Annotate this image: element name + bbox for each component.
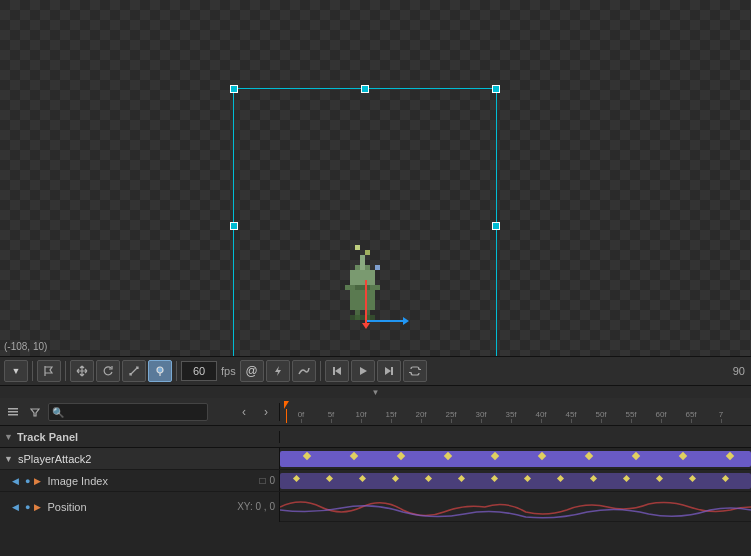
track-name-image: Image Index — [47, 475, 255, 487]
fps-input[interactable] — [181, 361, 217, 381]
move-btn[interactable] — [70, 360, 94, 382]
svg-rect-10 — [365, 250, 370, 255]
sep1 — [32, 361, 33, 381]
track-row-left-parent: ▼ sPlayerAttack2 — [0, 448, 280, 469]
svg-rect-6 — [370, 285, 380, 290]
svg-rect-3 — [350, 270, 375, 285]
svg-rect-15 — [8, 408, 18, 410]
track-name-parent: sPlayerAttack2 — [18, 453, 275, 465]
flag-btn[interactable] — [37, 360, 61, 382]
sprite-character — [335, 240, 390, 330]
position-value: XY: 0 , 0 — [237, 501, 275, 512]
pin-btn[interactable] — [148, 360, 172, 382]
track-row-timeline-image — [280, 470, 751, 491]
track-content[interactable]: ▼ sPlayerAttack2 ◀ — [0, 448, 751, 556]
toolbar-dropdown-btn[interactable]: ▼ — [4, 360, 28, 382]
track-header-left: 🔍 ‹ › — [0, 403, 280, 421]
toolbar: ▼ fps @ 90 — [0, 356, 751, 386]
table-row: ▼ sPlayerAttack2 — [0, 448, 751, 470]
frame-count: 90 — [731, 365, 747, 377]
track-header: 🔍 ‹ › 0f5f10f15f20f25f30f35f40f45f50f55f… — [0, 398, 751, 426]
track-row-timeline-parent — [280, 448, 751, 469]
sep2 — [65, 361, 66, 381]
prev-keyframe-btn[interactable]: ‹ — [235, 403, 253, 421]
track-filter-btn[interactable] — [26, 403, 44, 421]
track-search[interactable] — [48, 403, 208, 421]
scale-btn[interactable] — [122, 360, 146, 382]
track-menu-btn[interactable] — [4, 403, 22, 421]
at-btn[interactable]: @ — [240, 360, 264, 382]
sep4 — [320, 361, 321, 381]
eye-icon-position[interactable]: ● — [25, 502, 30, 512]
expand-arrow[interactable]: ▼ — [4, 454, 14, 464]
forward-btn[interactable] — [377, 360, 401, 382]
sep3 — [176, 361, 177, 381]
track-row-left-position: ◀ ● ▶ Position XY: 0 , 0 — [0, 492, 280, 522]
svg-rect-9 — [355, 245, 360, 250]
next-keyframe-btn[interactable]: › — [257, 403, 275, 421]
collapse-arrow[interactable] — [0, 386, 751, 398]
fps-label: fps — [219, 365, 238, 377]
svg-rect-5 — [345, 285, 355, 290]
svg-rect-11 — [375, 265, 380, 270]
track-row-left-image: ◀ ● ▶ Image Index □ 0 — [0, 470, 280, 491]
svg-rect-17 — [8, 414, 18, 416]
eye-icon-image[interactable]: ● — [25, 476, 30, 486]
svg-rect-4 — [360, 255, 365, 270]
panel-title: ▼ Track Panel — [0, 431, 280, 443]
panel-title-text: Track Panel — [17, 431, 78, 443]
svg-point-13 — [157, 367, 163, 373]
track-header-timeline: 0f5f10f15f20f25f30f35f40f45f50f55f60f65f… — [280, 401, 751, 423]
rotate-btn[interactable] — [96, 360, 120, 382]
track-name-position: Position — [47, 501, 233, 513]
image-index-count: 0 — [269, 475, 275, 486]
table-row: ◀ ● ▶ Image Index □ 0 — [0, 470, 751, 492]
bottom-panel: 🔍 ‹ › 0f5f10f15f20f25f30f35f40f45f50f55f… — [0, 386, 751, 556]
bolt-btn[interactable] — [266, 360, 290, 382]
coord-display: (-108, 10) — [4, 341, 47, 352]
y-axis — [365, 280, 367, 325]
play-btn[interactable] — [351, 360, 375, 382]
rewind-btn[interactable] — [325, 360, 349, 382]
panel-title-row: ▼ Track Panel — [0, 426, 751, 448]
image-index-value: □ — [259, 475, 265, 486]
svg-rect-1 — [350, 290, 375, 310]
table-row: ◀ ● ▶ Position XY: 0 , 0 — [0, 492, 751, 522]
curve-btn[interactable] — [292, 360, 316, 382]
svg-marker-18 — [31, 409, 39, 416]
x-axis — [365, 320, 405, 322]
track-row-timeline-position — [280, 492, 751, 521]
viewport: (-108, 10) — [0, 0, 751, 356]
loop-btn[interactable] — [403, 360, 427, 382]
svg-rect-16 — [8, 411, 18, 413]
